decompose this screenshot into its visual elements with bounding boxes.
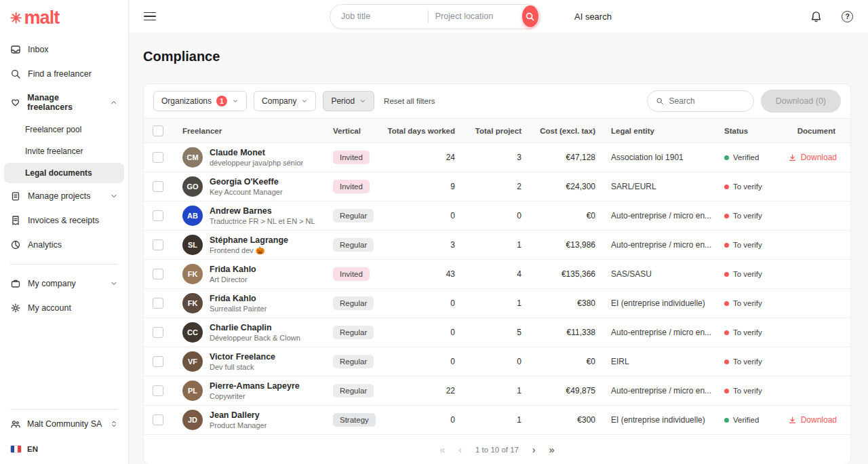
pagination-prev-button[interactable]: ‹ [458,445,462,455]
col-days: Total days worked [387,127,463,135]
search-icon [525,12,535,22]
freelancer-subtitle: Traductrice FR > NL et EN > NL [210,216,315,226]
freelancer-cell: AB Andrew Barnes Traductrice FR > NL et … [174,206,326,227]
table-search-input[interactable] [669,96,745,106]
table-header: Freelancer Vertical Total days worked To… [144,118,850,143]
reset-filters-link[interactable]: Reset all filters [384,97,435,105]
cost-value: €11,338 [530,328,604,337]
select-all-checkbox[interactable] [153,125,163,136]
organizations-filter[interactable]: Organizations 1 [153,91,247,111]
vertical-badge: Regular [333,384,374,398]
filters-bar: Organizations 1 Company Period Reset all… [144,84,850,118]
row-checkbox[interactable] [153,298,163,309]
freelancer-cell: VF Victor Freelance Dev full stack [174,351,326,372]
table-row[interactable]: FK Frida Kahlo Art Director Invited 43 4… [144,260,850,289]
selector-updown-icon [110,419,118,429]
malt-logo[interactable]: ✳ malt [0,0,128,33]
language-selector[interactable]: EN [0,438,128,464]
row-checkbox[interactable] [153,152,163,163]
sidebar-item-find-freelancer[interactable]: Find a freelancer [0,62,128,86]
legal-entity-value: EI (entreprise individuelle) [604,415,717,425]
pagination-first-button[interactable]: « [440,445,446,455]
avatar: JD [182,410,203,430]
days-worked-value: 0 [387,357,463,366]
topbar-icons: ? [810,10,853,23]
download-link[interactable]: Download [788,415,837,425]
table-row[interactable]: GO Georgia O'Keeffe Key Account Manager … [144,172,850,201]
download-icon [788,416,797,425]
legal-entity-value: EIRL [604,357,717,366]
status-label: Verified [733,153,759,161]
table-row[interactable]: VF Victor Freelance Dev full stack Regul… [144,347,850,376]
avatar: GO [182,176,203,197]
freelancer-subtitle: Copywriter [210,391,300,401]
table-row[interactable]: CC Charlie Chaplin Développeur Back & Cl… [144,318,850,347]
freelancer-name: Jean Dallery [210,410,267,421]
row-checkbox[interactable] [153,210,163,221]
notifications-bell-icon[interactable] [810,10,823,23]
avatar: SL [182,235,203,255]
pagination-last-button[interactable]: » [549,445,555,455]
sidebar-item-analytics[interactable]: Analytics [0,233,128,257]
sidebar-item-inbox[interactable]: Inbox [0,37,128,62]
chevron-down-icon [301,98,308,104]
search-submit-button[interactable] [522,5,538,27]
download-selected-button[interactable]: Download (0) [761,90,841,113]
table-row[interactable]: SL Stéphane Lagrange Frontend dev 🎃 Regu… [144,231,850,260]
table-row[interactable]: FK Frida Kahlo Surrealist Painter Regula… [144,289,850,318]
download-link[interactable]: Download [788,153,837,162]
status-dot-icon [724,272,729,277]
sidebar-item-manage-projects[interactable]: Manage projects [0,184,128,208]
project-location-input[interactable] [435,12,522,21]
sidebar-bottom: Malt Community SA EN [0,409,128,464]
freelancer-cell: CC Charlie Chaplin Développeur Back & Cl… [174,322,326,343]
sidebar-item-invoices-receipts[interactable]: Invoices & receipts [0,208,128,233]
status-label: To verify [733,270,762,278]
cost-value: €135,366 [530,269,604,279]
row-checkbox[interactable] [153,181,163,192]
hamburger-menu-icon[interactable] [144,12,156,21]
status-dot-icon [724,243,729,248]
row-checkbox[interactable] [153,414,163,425]
status-cell: To verify [717,299,777,307]
cost-value: €300 [530,415,604,425]
table-row[interactable]: CM Claude Monet développeur java/php sén… [144,143,850,172]
sidebar-item-freelancer-pool[interactable]: Freelancer pool [0,119,128,140]
sidebar-item-my-account[interactable]: My account [0,296,128,320]
sidebar-item-invite-freelancer[interactable]: Invite freelancer [0,140,128,162]
chevron-up-icon [110,98,118,107]
job-title-input[interactable] [341,12,421,21]
chevron-down-icon [232,98,239,104]
workspace-switcher[interactable]: Malt Community SA [0,410,128,438]
sidebar-item-my-company[interactable]: My company [0,271,128,296]
ai-search-link[interactable]: AI search [574,12,612,22]
legal-entity-value: Auto-entreprise / micro en... [604,328,717,337]
help-icon[interactable]: ? [842,11,853,22]
status-dot-icon [724,360,729,364]
legal-entity-value: SAS/SASU [604,269,717,279]
status-cell: To verify [717,241,777,249]
legal-entity-value: Auto-entreprise / micro en... [604,211,717,220]
sidebar-item-legal-documents[interactable]: Legal documents [4,163,124,183]
status-cell: To verify [717,270,777,278]
table-row[interactable]: JD Jean Dallery Product Manager Strategy… [144,406,850,435]
vertical-badge: Regular [333,238,374,252]
row-checkbox[interactable] [153,385,163,396]
table-row[interactable]: PL Pierre-Amans Lapeyre Copywriter Regul… [144,376,850,406]
freelancer-name: Claude Monet [210,147,303,158]
period-filter[interactable]: Period [323,91,374,111]
row-checkbox[interactable] [153,269,163,279]
row-checkbox[interactable] [153,239,163,250]
freelancer-name: Charlie Chaplin [210,322,300,333]
days-worked-value: 0 [387,211,463,220]
table-row[interactable]: AB Andrew Barnes Traductrice FR > NL et … [144,201,850,231]
vertical-badge: Invited [333,267,370,281]
company-filter[interactable]: Company [254,91,316,111]
freelancer-subtitle: Surrealist Painter [210,304,267,313]
freelancer-cell: FK Frida Kahlo Surrealist Painter [174,293,326,314]
sidebar-item-manage-freelancers[interactable]: Manage freelancers [0,86,128,119]
row-checkbox[interactable] [153,356,163,367]
total-project-value: 1 [463,386,530,395]
pagination-next-button[interactable]: › [532,445,536,455]
row-checkbox[interactable] [153,327,163,338]
